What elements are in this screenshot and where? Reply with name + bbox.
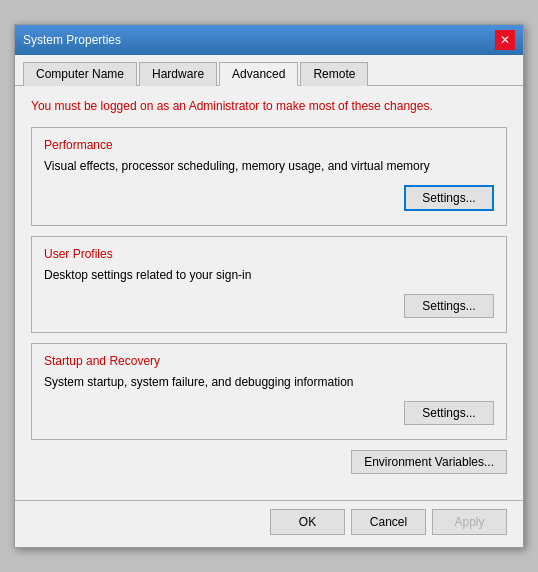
- env-variables-row: Environment Variables...: [31, 450, 507, 474]
- startup-recovery-title: Startup and Recovery: [44, 354, 494, 368]
- performance-description: Visual effects, processor scheduling, me…: [44, 158, 494, 175]
- user-profiles-button-row: Settings...: [44, 294, 494, 318]
- user-profiles-description: Desktop settings related to your sign-in: [44, 267, 494, 284]
- startup-recovery-settings-button[interactable]: Settings...: [404, 401, 494, 425]
- admin-warning: You must be logged on as an Administrato…: [31, 98, 507, 115]
- startup-recovery-button-row: Settings...: [44, 401, 494, 425]
- tab-computer-name[interactable]: Computer Name: [23, 62, 137, 86]
- tab-content: You must be logged on as an Administrato…: [15, 86, 523, 499]
- tab-advanced[interactable]: Advanced: [219, 62, 298, 86]
- tab-remote[interactable]: Remote: [300, 62, 368, 86]
- close-button[interactable]: ✕: [495, 30, 515, 50]
- ok-button[interactable]: OK: [270, 509, 345, 535]
- tab-hardware[interactable]: Hardware: [139, 62, 217, 86]
- dialog-footer: OK Cancel Apply: [15, 500, 523, 547]
- user-profiles-settings-button[interactable]: Settings...: [404, 294, 494, 318]
- system-properties-dialog: System Properties ✕ Computer Name Hardwa…: [14, 24, 524, 547]
- tab-bar: Computer Name Hardware Advanced Remote: [15, 55, 523, 86]
- user-profiles-section: User Profiles Desktop settings related t…: [31, 236, 507, 333]
- apply-button[interactable]: Apply: [432, 509, 507, 535]
- startup-recovery-description: System startup, system failure, and debu…: [44, 374, 494, 391]
- startup-recovery-section: Startup and Recovery System startup, sys…: [31, 343, 507, 440]
- performance-button-row: Settings...: [44, 185, 494, 211]
- window-title: System Properties: [23, 33, 121, 47]
- performance-title: Performance: [44, 138, 494, 152]
- title-bar: System Properties ✕: [15, 25, 523, 55]
- performance-section: Performance Visual effects, processor sc…: [31, 127, 507, 226]
- performance-settings-button[interactable]: Settings...: [404, 185, 494, 211]
- cancel-button[interactable]: Cancel: [351, 509, 426, 535]
- environment-variables-button[interactable]: Environment Variables...: [351, 450, 507, 474]
- user-profiles-title: User Profiles: [44, 247, 494, 261]
